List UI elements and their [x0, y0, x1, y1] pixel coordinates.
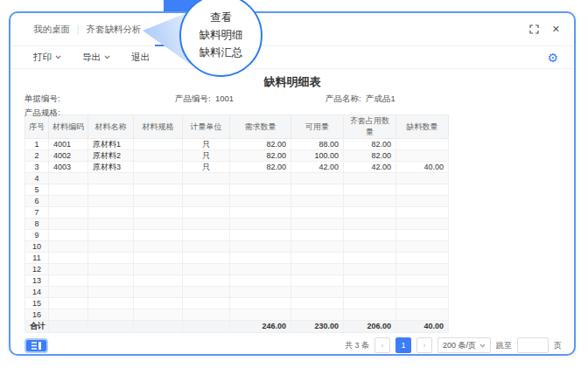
table-cell	[344, 298, 396, 309]
column-header: 齐套占用数量	[344, 115, 396, 139]
table-cell: 16	[25, 309, 49, 321]
total-cell: 246.00	[230, 321, 291, 333]
table-cell	[88, 287, 134, 298]
table-cell	[134, 150, 183, 162]
table-cell	[134, 241, 183, 253]
table-cell	[134, 264, 183, 275]
total-row: 合计246.00230.00206.0040.00	[25, 321, 449, 333]
shortage-table: 序号材料编码材料名称材料规格计量单位需求数量可用量齐套占用数量缺料数量 1400…	[24, 115, 449, 333]
page-size-value: 200 条/页	[443, 340, 476, 351]
table-cell	[396, 196, 449, 207]
table-cell	[291, 275, 344, 287]
table-cell: 原材料3	[88, 162, 134, 173]
table-cell: 原材料1	[88, 139, 134, 150]
table-cell	[291, 241, 344, 253]
table-cell	[134, 309, 183, 321]
pagination-bar: 共 3 条 ‹ 1 › 200 条/页 跳至 页	[24, 337, 562, 354]
table-cell	[344, 196, 396, 207]
tab-my-desktop[interactable]: 我的桌面	[33, 24, 70, 36]
total-cell: 40.00	[396, 321, 449, 333]
table-cell	[344, 253, 396, 264]
table-cell	[49, 253, 88, 264]
print-button[interactable]: 打印	[33, 52, 61, 64]
table-cell	[344, 207, 396, 219]
column-header: 计量单位	[183, 115, 230, 139]
table-cell	[344, 309, 396, 321]
callout-line: 查看	[210, 10, 232, 25]
chevron-down-icon	[480, 344, 486, 348]
page-jump-input[interactable]	[517, 337, 549, 353]
export-button[interactable]: 导出	[82, 52, 110, 64]
table-cell	[134, 184, 183, 196]
table-cell	[183, 264, 230, 275]
table-cell	[291, 230, 344, 241]
table-cell: 13	[25, 275, 49, 287]
app-window: 我的桌面 | 齐套缺料分析 缺料明细表 × ✕ 打印 导出 退出	[9, 11, 576, 356]
table-container: 序号材料编码材料名称材料规格计量单位需求数量可用量齐套占用数量缺料数量 1400…	[24, 115, 574, 333]
doc-no-field: 单据编号:	[24, 94, 60, 105]
total-cell	[183, 321, 230, 333]
table-cell: 10	[25, 241, 49, 253]
table-cell	[49, 309, 88, 321]
table-cell	[88, 173, 134, 184]
page-size-select[interactable]: 200 条/页	[438, 337, 491, 353]
column-header: 需求数量	[230, 115, 291, 139]
table-cell	[88, 264, 134, 275]
table-cell	[183, 298, 230, 309]
table-cell	[230, 230, 291, 241]
table-row: 15	[25, 298, 449, 309]
table-cell	[344, 230, 396, 241]
export-label: 导出	[82, 52, 101, 64]
column-header: 可用量	[291, 115, 344, 139]
table-cell: 4001	[49, 139, 88, 150]
table-cell	[396, 241, 449, 253]
table-cell	[291, 196, 344, 207]
table-row: 7	[25, 207, 449, 219]
table-cell	[49, 230, 88, 241]
callout-line: 缺料明细	[200, 28, 243, 43]
table-cell	[183, 309, 230, 321]
table-cell	[230, 298, 291, 309]
tab-separator: |	[77, 24, 80, 34]
total-cell	[134, 321, 183, 333]
table-cell	[344, 264, 396, 275]
table-cell	[183, 230, 230, 241]
table-cell	[291, 184, 344, 196]
table-cell	[396, 150, 449, 162]
table-cell	[88, 219, 134, 230]
table-cell: 40.00	[396, 162, 449, 173]
table-cell	[291, 264, 344, 275]
table-cell	[49, 207, 88, 219]
table-cell	[291, 253, 344, 264]
table-cell	[134, 173, 183, 184]
expand-icon[interactable]	[529, 24, 539, 34]
total-cell: 230.00	[291, 321, 344, 333]
table-row: 6	[25, 196, 449, 207]
table-cell: 4003	[49, 162, 88, 173]
current-page-button[interactable]: 1	[396, 337, 411, 353]
table-row: 5	[25, 184, 449, 196]
table-cell	[88, 196, 134, 207]
table-cell	[134, 287, 183, 298]
table-cell	[183, 275, 230, 287]
table-cell	[291, 207, 344, 219]
table-cell	[344, 219, 396, 230]
table-cell: 82.00	[230, 139, 291, 150]
header-row: 序号材料编码材料名称材料规格计量单位需求数量可用量齐套占用数量缺料数量	[25, 115, 449, 139]
table-cell	[396, 309, 449, 321]
close-icon[interactable]: ✕	[552, 24, 560, 34]
table-cell: 42.00	[344, 162, 396, 173]
table-cell	[396, 139, 449, 150]
table-cell: 82.00	[344, 150, 396, 162]
table-cell	[291, 287, 344, 298]
table-cell	[230, 253, 291, 264]
table-cell: 82.00	[230, 162, 291, 173]
table-cell	[183, 253, 230, 264]
next-page-button[interactable]: ›	[416, 337, 432, 353]
tab-shortage-analysis[interactable]: 齐套缺料分析	[87, 24, 142, 36]
list-view-button[interactable]	[24, 338, 48, 353]
table-row: 14001原材料1只82.0088.0082.00	[25, 139, 449, 150]
prev-page-button[interactable]: ‹	[374, 337, 390, 353]
gear-icon[interactable]: ⚙	[547, 52, 558, 64]
table-cell	[230, 241, 291, 253]
